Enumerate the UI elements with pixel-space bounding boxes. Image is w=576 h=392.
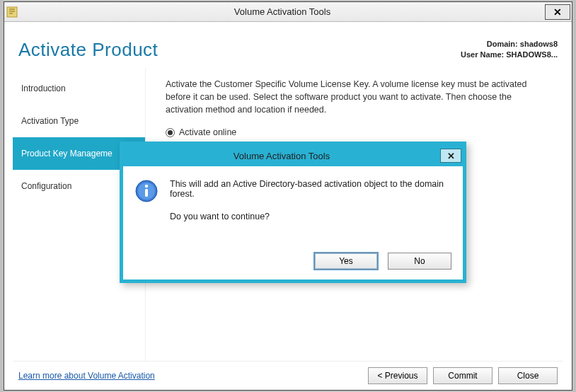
sidebar-item-label: Product Key Manageme [21, 149, 113, 158]
no-button[interactable]: No [388, 253, 451, 270]
dialog-body: This will add an Active Directory-based … [123, 166, 463, 253]
learn-more-link[interactable]: Learn more about Volume Activation [18, 371, 155, 381]
dialog-confirm-text: Do you want to continue? [170, 212, 449, 221]
window-title: Volume Activation Tools [20, 6, 545, 17]
domain-label: Domain: [487, 40, 520, 48]
intro-text: Activate the Customer Specific Volume Li… [166, 78, 549, 116]
dialog-button-row: Yes No [123, 253, 463, 279]
sidebar-item-introduction[interactable]: Introduction [13, 72, 145, 105]
window-close-button[interactable]: ✕ [545, 4, 570, 20]
dialog-title: Volume Activation Tools [123, 151, 440, 161]
close-button[interactable]: Close [498, 367, 558, 384]
sidebar-item-label: Activation Type [21, 116, 79, 126]
svg-point-3 [145, 185, 148, 188]
dialog-titlebar: Volume Activation Tools ✕ [123, 145, 463, 166]
dialog-text: This will add an Active Directory-based … [170, 179, 449, 247]
sidebar-item-activation-type[interactable]: Activation Type [13, 105, 145, 137]
domain-value: shadows8 [520, 40, 558, 48]
sidebar-item-label: Introduction [21, 83, 66, 93]
info-icon [134, 179, 159, 203]
svg-rect-4 [145, 189, 148, 197]
username-label: User Name: [461, 50, 506, 59]
page-title: Activate Product [18, 39, 158, 61]
previous-button[interactable]: < Previous [368, 367, 427, 384]
username-value: SHADOWS8... [506, 50, 558, 59]
svg-rect-0 [7, 7, 17, 17]
domain-info: Domain: shadows8 User Name: SHADOWS8... [461, 39, 558, 61]
sidebar-item-label: Configuration [21, 181, 71, 191]
confirm-dialog: Volume Activation Tools ✕ This will add … [120, 142, 466, 283]
footer-bar: Learn more about Volume Activation < Pre… [13, 362, 563, 390]
dialog-close-button[interactable]: ✕ [440, 149, 461, 163]
radio-label: Activate online [179, 126, 236, 139]
yes-button[interactable]: Yes [314, 253, 378, 270]
window-titlebar: Volume Activation Tools ✕ [4, 2, 572, 22]
dialog-message: This will add an Active Directory-based … [170, 179, 449, 199]
close-icon: ✕ [553, 6, 562, 18]
radio-icon [166, 128, 175, 137]
commit-button[interactable]: Commit [433, 367, 493, 384]
header-row: Activate Product Domain: shadows8 User N… [13, 22, 563, 68]
activate-online-radio[interactable]: Activate online [166, 126, 549, 139]
close-icon: ✕ [447, 151, 455, 161]
app-icon [4, 6, 20, 18]
